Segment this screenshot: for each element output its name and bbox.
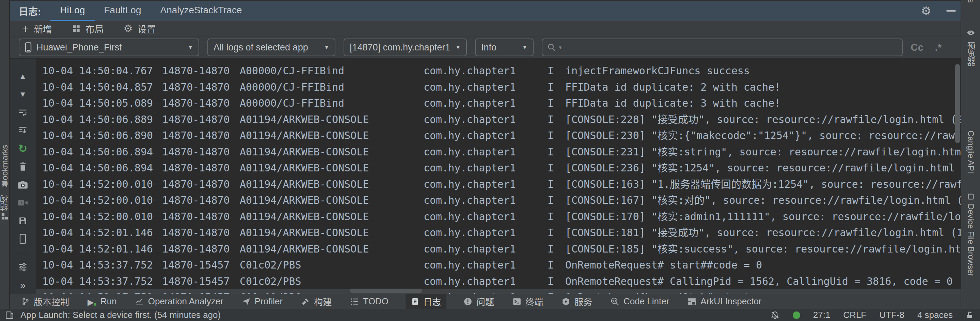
tab-faultlog[interactable]: FaultLog bbox=[95, 1, 151, 21]
match-case-toggle[interactable]: Cc bbox=[911, 42, 923, 53]
log-row[interactable]: 10-04 14:52:01.146 14870-14870 A01194/AR… bbox=[36, 225, 961, 241]
log-row[interactable]: 10-04 14:53:37.752 14870-15457 C01c02/PB… bbox=[36, 273, 961, 290]
tool-log[interactable]: 日志 bbox=[406, 294, 446, 309]
log-settings-sliders-icon[interactable] bbox=[18, 262, 28, 272]
tool-profiler[interactable]: Profiler bbox=[240, 294, 284, 309]
log-row[interactable]: 10-04 14:52:00.010 14870-14870 A01194/AR… bbox=[36, 209, 961, 225]
settings-button[interactable]: ⚙ 设置 bbox=[124, 22, 156, 35]
log-tag: C01c02/PBS bbox=[240, 257, 423, 273]
horizontal-scrollbar[interactable] bbox=[350, 289, 422, 293]
log-time: 10-04 14:52:00.010 bbox=[36, 209, 162, 225]
tool-todo[interactable]: TODO bbox=[349, 294, 390, 309]
log-row[interactable]: 10-04 14:53:37.752 14870-15457 C01c02/PB… bbox=[36, 257, 961, 273]
screenshot-camera-icon[interactable] bbox=[18, 180, 28, 190]
log-row[interactable]: 10-04 14:50:04.767 14870-14870 A00000/CJ… bbox=[36, 63, 961, 79]
log-pid-tid: 14870-14870 bbox=[162, 128, 240, 144]
log-package: com.hy.chapter1 bbox=[423, 160, 547, 176]
panel-settings-gear-icon[interactable]: ⚙ bbox=[921, 5, 931, 17]
log-time: 10-04 14:50:06.894 bbox=[36, 144, 162, 160]
terminal-icon bbox=[512, 297, 521, 306]
log-scope-select[interactable]: All logs of selected app ▼ bbox=[207, 38, 336, 56]
status-message[interactable]: App Launch: Select a device first. (54 m… bbox=[21, 310, 221, 320]
tab-analyzestacktrace[interactable]: AnalyzeStackTrace bbox=[151, 1, 251, 21]
sidebar-item-cangjie-api[interactable]: Cangjie API bbox=[961, 131, 980, 173]
file-encoding[interactable]: UTF-8 bbox=[879, 310, 904, 320]
sidebar-item-structure[interactable]: 结构 bbox=[0, 195, 9, 211]
tool-arkui-inspector[interactable]: ArkUI Inspector bbox=[686, 294, 763, 309]
soft-wrap-icon[interactable] bbox=[18, 108, 28, 117]
log-row[interactable]: 10-04 14:50:06.894 14870-14870 A01194/AR… bbox=[36, 160, 961, 176]
scroll-to-end-icon[interactable] bbox=[18, 126, 28, 135]
notifications-muted-icon[interactable] bbox=[770, 310, 780, 320]
log-row[interactable]: 10-04 14:50:06.890 14870-14870 A01194/AR… bbox=[36, 128, 961, 144]
indent-style[interactable]: 4 spaces bbox=[917, 310, 953, 320]
log-package: com.hy.chapter1 bbox=[423, 128, 547, 144]
tool-build[interactable]: 构建 bbox=[300, 294, 333, 309]
log-tag: A01194/ARKWEB-CONSOLE bbox=[240, 176, 423, 193]
tool-code-linter[interactable]: Code Linter bbox=[609, 294, 670, 309]
panel-title: 日志: bbox=[10, 1, 50, 21]
log-tag: A00000/CJ-FFIBind bbox=[240, 79, 423, 96]
hide-panel-icon[interactable] bbox=[946, 10, 956, 11]
log-message: [CONSOLE:236] "核实:1254", source: resourc… bbox=[565, 160, 961, 176]
tab-hilog[interactable]: HiLog bbox=[50, 1, 94, 21]
log-row[interactable]: 10-04 14:50:06.894 14870-14870 A01194/AR… bbox=[36, 144, 961, 160]
layout-button[interactable]: 布局 bbox=[72, 22, 104, 35]
search-input[interactable]: ▼ bbox=[542, 38, 903, 56]
log-row[interactable]: 10-04 14:53:37.752 14870-15457 C01c02/PB… bbox=[36, 289, 961, 294]
line-ending[interactable]: CRLF bbox=[843, 310, 866, 320]
status-bar: App Launch: Select a device first. (54 m… bbox=[0, 309, 980, 321]
device-select[interactable]: Huawei_Phone_First ▼ bbox=[19, 38, 199, 56]
log-pid-tid: 14870-14870 bbox=[162, 95, 240, 112]
restart-icon[interactable]: ↻ bbox=[18, 144, 28, 153]
cangjie-api-label: Cangjie API bbox=[966, 131, 975, 173]
tool-services[interactable]: 服务 bbox=[560, 294, 593, 309]
search-history-caret-icon[interactable]: ▼ bbox=[558, 45, 563, 50]
previewer-label: 预览器 bbox=[965, 42, 977, 66]
scroll-down-icon[interactable]: ▼ bbox=[18, 89, 28, 99]
clear-log-trash-icon[interactable] bbox=[18, 162, 28, 171]
sidebar-item-device-file-browser[interactable]: Device File Browser bbox=[961, 204, 980, 276]
regex-toggle[interactable]: .* bbox=[935, 42, 942, 53]
log-message: [CONSOLE:170] "核实:admin1,111111", source… bbox=[565, 209, 961, 225]
log-row[interactable]: 10-04 14:52:00.010 14870-14870 A01194/AR… bbox=[36, 176, 961, 193]
log-row[interactable]: 10-04 14:50:05.089 14870-14870 A00000/CJ… bbox=[36, 95, 961, 112]
log-list[interactable]: 10-04 14:50:04.767 14870-14870 A00000/CJ… bbox=[36, 59, 961, 294]
exclamation-circle-icon bbox=[463, 297, 472, 306]
log-tag: A01194/ARKWEB-CONSOLE bbox=[240, 225, 423, 241]
tool-version-control[interactable]: 版本控制 bbox=[20, 294, 70, 309]
scroll-up-icon[interactable]: ▲ bbox=[18, 72, 28, 81]
branch-icon bbox=[21, 297, 30, 306]
log-level: I bbox=[547, 176, 565, 193]
log-level-select[interactable]: Info ▼ bbox=[475, 38, 534, 56]
vertical-scrollbar[interactable] bbox=[955, 64, 960, 143]
log-row[interactable]: 10-04 14:50:06.889 14870-14870 A01194/AR… bbox=[36, 112, 961, 128]
devecostudio-hilog-window: Bookmarks 结构 s 预览器 Cangjie API Device Fi… bbox=[0, 0, 980, 321]
device-phone-icon[interactable] bbox=[18, 234, 28, 244]
add-button[interactable]: + 新增 bbox=[22, 22, 52, 35]
log-pid-tid: 14870-14870 bbox=[162, 144, 240, 160]
log-message: [CONSOLE:167] "核实:对的", source: resource:… bbox=[565, 192, 961, 209]
toolbar-divider bbox=[15, 253, 30, 253]
log-row[interactable]: 10-04 14:50:04.857 14870-14870 A00000/CJ… bbox=[36, 79, 961, 96]
log-message: [CONSOLE:230] "核实:{"makecode":"1254"}", … bbox=[565, 128, 961, 144]
tool-run[interactable]: ▶ Run bbox=[86, 294, 118, 309]
save-log-icon[interactable] bbox=[18, 216, 28, 225]
more-actions-icon[interactable]: » bbox=[18, 281, 28, 290]
todo-list-icon bbox=[350, 297, 359, 306]
log-level: I bbox=[547, 112, 565, 128]
lock-open-icon[interactable] bbox=[966, 311, 975, 319]
log-package: com.hy.chapter1 bbox=[423, 273, 547, 290]
app-launch-icon bbox=[5, 311, 14, 319]
bookmark-icon bbox=[0, 180, 9, 188]
log-row[interactable]: 10-04 14:52:01.146 14870-14870 A01194/AR… bbox=[36, 241, 961, 257]
log-pid-tid: 14870-14870 bbox=[162, 112, 240, 128]
tool-operation-analyzer[interactable]: Operation Analyzer bbox=[134, 294, 225, 309]
caret-position[interactable]: 27:1 bbox=[813, 310, 830, 320]
sidebar-item-previewer[interactable]: 预览器 bbox=[961, 42, 980, 66]
screen-record-icon[interactable] bbox=[18, 198, 28, 208]
log-row[interactable]: 10-04 14:52:00.010 14870-14870 A01194/AR… bbox=[36, 192, 961, 209]
tool-problems[interactable]: 问题 bbox=[462, 294, 495, 309]
process-select[interactable]: [14870] com.hy.chapter1 ▼ bbox=[344, 38, 467, 56]
tool-terminal[interactable]: 终端 bbox=[511, 294, 544, 309]
